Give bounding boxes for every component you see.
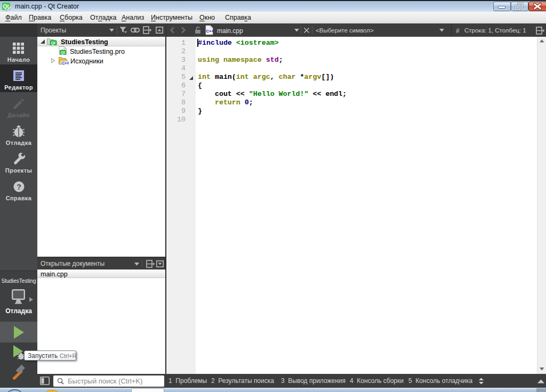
svg-text:Qt: Qt <box>51 40 56 45</box>
svg-text:Qt: Qt <box>61 51 65 55</box>
svg-text:C++: C++ <box>62 61 69 65</box>
svg-text:?: ? <box>17 183 21 191</box>
svg-text:C++: C++ <box>206 29 213 34</box>
